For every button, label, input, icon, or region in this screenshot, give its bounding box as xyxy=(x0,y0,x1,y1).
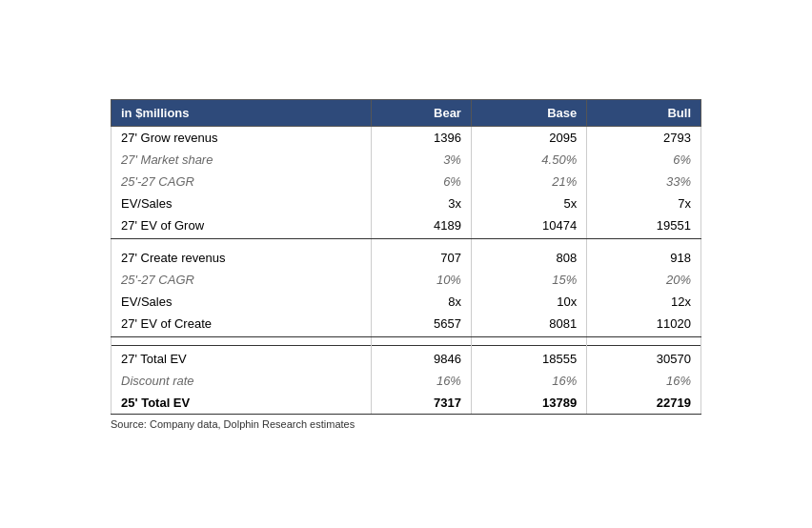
table-row: 25'-27 CAGR10%15%20% xyxy=(112,269,701,291)
row-bear: 9846 xyxy=(372,345,472,370)
table-row: EV/Sales8x10x12x xyxy=(112,291,701,313)
header-col3: Base xyxy=(471,99,586,126)
row-bear: 16% xyxy=(372,370,472,392)
row-base: 10x xyxy=(471,291,586,313)
row-base: 2095 xyxy=(471,126,586,149)
row-label: EV/Sales xyxy=(112,193,372,214)
row-bull: 22719 xyxy=(587,392,701,415)
row-label: Discount rate xyxy=(112,370,372,392)
row-bull: 33% xyxy=(587,171,701,193)
row-label: 27' Grow revenus xyxy=(112,126,372,149)
row-base: 808 xyxy=(471,247,586,269)
row-base: 5x xyxy=(471,193,586,214)
row-base: 13789 xyxy=(471,392,586,415)
table-row: 27' Market share3%4.50%6% xyxy=(112,149,701,171)
financial-table: in $millions Bear Base Bull 27' Grow rev… xyxy=(111,99,701,415)
table-row: 27' Total EV98461855530570 xyxy=(112,345,701,370)
row-label: 27' Total EV xyxy=(112,345,372,370)
row-bull: 16% xyxy=(587,370,701,392)
table-row: 27' EV of Grow41891047419551 xyxy=(112,214,701,239)
row-bear: 8x xyxy=(372,291,472,313)
header-col2: Bear xyxy=(372,99,472,126)
row-bull: 6% xyxy=(587,149,701,171)
table-row: 25'-27 CAGR6%21%33% xyxy=(112,171,701,193)
row-base: 18555 xyxy=(471,345,586,370)
row-bull: 2793 xyxy=(587,126,701,149)
row-label: 27' Market share xyxy=(112,149,372,171)
source-note: Source: Company data, Dolphin Research e… xyxy=(111,418,701,430)
row-base: 4.50% xyxy=(471,149,586,171)
row-bull: 30570 xyxy=(587,345,701,370)
table-header-row: in $millions Bear Base Bull xyxy=(112,99,701,126)
row-base: 21% xyxy=(471,171,586,193)
table-row: 25' Total EV73171378922719 xyxy=(112,392,701,415)
row-bull: 7x xyxy=(587,193,701,214)
row-bear: 4189 xyxy=(372,214,472,239)
row-bear: 6% xyxy=(372,171,472,193)
row-base: 16% xyxy=(471,370,586,392)
spacer-row xyxy=(112,336,701,345)
table-row: 27' EV of Create5657808111020 xyxy=(112,313,701,337)
row-base: 15% xyxy=(471,269,586,291)
row-bear: 1396 xyxy=(372,126,472,149)
row-bear: 10% xyxy=(372,269,472,291)
row-label: 27' EV of Grow xyxy=(112,214,372,239)
row-label: 27' Create revenus xyxy=(112,247,372,269)
table-row: 27' Create revenus707808918 xyxy=(112,247,701,269)
row-bull: 918 xyxy=(587,247,701,269)
row-bull: 20% xyxy=(587,269,701,291)
table-row: 27' Grow revenus139620952793 xyxy=(112,126,701,149)
financial-table-wrapper: in $millions Bear Base Bull 27' Grow rev… xyxy=(111,99,701,430)
header-col1: in $millions xyxy=(112,99,372,126)
row-label: 25' Total EV xyxy=(112,392,372,415)
row-bear: 3x xyxy=(372,193,472,214)
row-label: EV/Sales xyxy=(112,291,372,313)
header-col4: Bull xyxy=(587,99,701,126)
row-bull: 19551 xyxy=(587,214,701,239)
row-bull: 12x xyxy=(587,291,701,313)
row-bear: 3% xyxy=(372,149,472,171)
table-row: EV/Sales3x5x7x xyxy=(112,193,701,214)
row-label: 27' EV of Create xyxy=(112,313,372,337)
row-label: 25'-27 CAGR xyxy=(112,269,372,291)
row-label: 25'-27 CAGR xyxy=(112,171,372,193)
row-base: 10474 xyxy=(471,214,586,239)
row-bear: 7317 xyxy=(372,392,472,415)
table-row: Discount rate16%16%16% xyxy=(112,370,701,392)
row-bull: 11020 xyxy=(587,313,701,337)
spacer-row xyxy=(112,238,701,247)
row-bear: 707 xyxy=(372,247,472,269)
row-bear: 5657 xyxy=(372,313,472,337)
row-base: 8081 xyxy=(471,313,586,337)
